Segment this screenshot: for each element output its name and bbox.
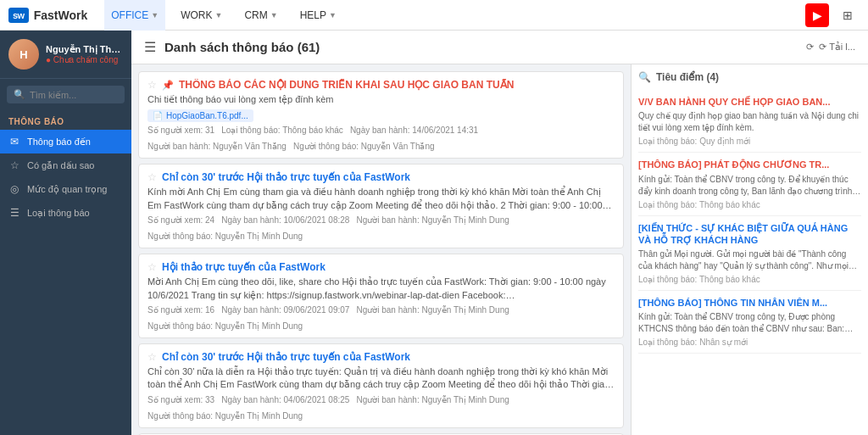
pdf-icon: 📄 — [153, 111, 163, 120]
right-notif-title-4: [THÔNG BÁO] THÔNG TIN NHÂN VIÊN M... — [638, 297, 861, 309]
sidebar-item-quan-trong[interactable]: ◎ Mức độ quan trọng — [0, 177, 131, 201]
star-toggle-2[interactable]: ☆ — [147, 171, 157, 183]
refresh-button[interactable]: ⟳ ⟳ Tải l... — [806, 42, 855, 53]
inbox-icon: ✉ — [8, 136, 20, 148]
date-4: Ngày ban hành: 04/06/2021 08:25 — [221, 395, 349, 404]
search-input[interactable] — [30, 90, 118, 100]
right-notif-title-1: V/V BAN HÀNH QUY CHẾ HỌP GIAO BAN... — [638, 96, 861, 108]
date-3: Ngày ban hành: 09/06/2021 09:07 — [221, 305, 349, 315]
star-toggle-1[interactable]: ☆ — [147, 79, 157, 91]
reporter-2: Người thông báo: Nguyễn Thị Minh Dung — [147, 231, 303, 241]
right-notif-body-1: Quy chế quy định họp giao ban hàng tuần … — [638, 110, 861, 134]
reporter-4: Người thông báo: Nguyễn Thị Minh Dung — [147, 411, 303, 421]
sidebar-item-gắn-sao[interactable]: ☆ Có gắn dấu sao — [0, 153, 131, 177]
nav-help-arrow: ▼ — [329, 11, 337, 20]
notif-meta-4: Số người xem: 33 Ngày ban hành: 04/06/20… — [147, 395, 615, 421]
publisher-2: Người ban hành: Nguyễn Thị Minh Dung — [356, 215, 509, 225]
notif-title-1: THÔNG BÁO CÁC NỘI DUNG TRIỂN KHAI SAU HỌ… — [179, 79, 615, 91]
nav-work[interactable]: WORK ▼ — [174, 0, 229, 31]
pin-icon-1: 📌 — [162, 80, 174, 91]
right-panel-header: 🔍 Tiêu điểm (4) — [638, 71, 861, 83]
notif-body-2: Kính mời Anh Chị Em cùng tham gia và điề… — [147, 186, 615, 212]
sidebar-label-0: Thông báo đến — [27, 137, 123, 148]
right-panel-item-2[interactable]: [THÔNG BÁO] PHÁT ĐỘNG CHƯƠNG TR... Kính … — [638, 153, 861, 215]
logo-box: sw — [8, 8, 29, 23]
youtube-icon-btn[interactable]: ▶ — [805, 3, 829, 27]
sidebar-item-thong-bao-den[interactable]: ✉ Thông báo đến — [0, 130, 131, 153]
notif-title-2: Chỉ còn 30' trước Hội thảo trực tuyến củ… — [162, 171, 615, 183]
notification-item[interactable]: ☆ Chỉ còn 30' trước Hội thảo trực tuyến … — [138, 164, 624, 248]
star-toggle-3[interactable]: ☆ — [147, 261, 157, 273]
nav-office-arrow: ▼ — [151, 11, 159, 20]
sidebar-label-2: Mức độ quan trọng — [27, 184, 123, 195]
right-panel-item-3[interactable]: [KIẾN THỨC - SỰ KHÁC BIỆT GIỮA QUẢ HÀNG … — [638, 216, 861, 292]
avatar: H — [8, 39, 39, 70]
notification-item[interactable]: ☆ Hội thảo trực tuyến của FastWork Mời A… — [138, 254, 624, 338]
nav-right: ▶ ⊞ — [805, 3, 860, 27]
notif-attachment-1[interactable]: 📄 HopGiaoBan.T6.pdf... — [147, 109, 253, 122]
right-panel-title: Tiêu điểm (4) — [656, 71, 719, 83]
right-notif-title-3: [KIẾN THỨC - SỰ KHÁC BIỆT GIỮA QUẢ HÀNG … — [638, 222, 861, 247]
user-name: Nguyễn Thị Thu Hương — [46, 44, 123, 55]
publisher-1: Người ban hành: Nguyễn Văn Thắng — [147, 142, 287, 151]
notif-header-2: ☆ Chỉ còn 30' trước Hội thảo trực tuyến … — [147, 171, 615, 183]
top-navigation: sw FastWork OFFICE ▼ WORK ▼ CRM ▼ HELP ▼… — [0, 0, 868, 31]
right-notif-meta-3: Loại thông báo: Thông báo khác — [638, 275, 861, 284]
nav-help[interactable]: HELP ▼ — [293, 0, 343, 31]
refresh-label: ⟳ Tải l... — [819, 42, 855, 53]
right-notif-meta-2: Loại thông báo: Thông báo khác — [638, 200, 861, 209]
right-notif-meta-4: Loại thông báo: Nhân sự mới — [638, 337, 861, 347]
sidebar-label-1: Có gắn dấu sao — [27, 160, 123, 171]
user-info: Nguyễn Thị Thu Hương ● Chưa chấm công — [46, 44, 123, 64]
star-toggle-4[interactable]: ☆ — [147, 351, 157, 363]
right-panel-item-1[interactable]: V/V BAN HÀNH QUY CHẾ HỌP GIAO BAN... Quy… — [638, 90, 861, 153]
notif-meta-3: Số người xem: 16 Ngày ban hành: 09/06/20… — [147, 305, 615, 331]
notif-title-4: Chỉ còn 30' trước Hội thảo trực tuyến củ… — [162, 351, 615, 363]
sidebar-search-box[interactable]: 🔍 — [7, 86, 125, 103]
notif-meta-1: Số người xem: 31 Loại thông báo: Thông b… — [147, 125, 615, 151]
type-1: Loại thông báo: Thông báo khác — [221, 125, 343, 135]
notif-header-3: ☆ Hội thảo trực tuyến của FastWork — [147, 261, 615, 273]
star-icon: ☆ — [8, 159, 20, 171]
date-1: Ngày ban hành: 14/06/2021 14:31 — [350, 125, 478, 135]
logo-area[interactable]: sw FastWork — [8, 8, 87, 23]
main-layout: H Nguyễn Thị Thu Hương ● Chưa chấm công … — [0, 31, 868, 435]
nav-crm[interactable]: CRM ▼ — [237, 0, 284, 31]
nav-office[interactable]: OFFICE ▼ — [104, 0, 165, 31]
reporter-1: Người thông báo: Nguyễn Văn Thắng — [293, 142, 435, 151]
content-area: ☰ Danh sách thông báo (61) ⟳ ⟳ Tải l... … — [131, 31, 868, 435]
grid-icon-btn[interactable]: ⊞ — [836, 3, 860, 27]
views-3: Số người xem: 16 — [147, 305, 214, 315]
sidebar-label-3: Loại thông báo — [27, 208, 123, 219]
notification-item[interactable]: ☆ Chỉ còn 30' trước Hội thảo trực tuyến … — [138, 343, 624, 428]
sidebar: H Nguyễn Thị Thu Hương ● Chưa chấm công … — [0, 31, 131, 435]
hamburger-icon[interactable]: ☰ — [144, 39, 156, 55]
notification-item[interactable]: ☆ 📌 THÔNG BÁO CÁC NỘI DUNG TRIỂN KHAI SA… — [138, 71, 624, 159]
right-panel: 🔍 Tiêu điểm (4) V/V BAN HÀNH QUY CHẾ HỌP… — [631, 64, 868, 435]
notif-title-3: Hội thảo trực tuyến của FastWork — [162, 261, 615, 273]
right-notif-title-2: [THÔNG BÁO] PHÁT ĐỘNG CHƯƠNG TR... — [638, 159, 861, 170]
nav-crm-arrow: ▼ — [270, 11, 278, 20]
attachment-name-1: HopGiaoBan.T6.pdf... — [166, 111, 248, 120]
notif-body-3: Mời Anh Chị Em cùng theo dõi, like, shar… — [147, 276, 615, 302]
logo-text: FastWork — [34, 8, 88, 22]
right-notif-meta-1: Loại thông báo: Quy định mới — [638, 137, 861, 146]
right-notif-body-3: Thân gửi Mọi người. Gửi mọi người bài đề… — [638, 248, 861, 272]
two-col-layout: ☆ 📌 THÔNG BÁO CÁC NỘI DUNG TRIỂN KHAI SA… — [131, 64, 868, 435]
right-notif-body-2: Kính gửi: Toàn thể CBNV trong công ty. Đ… — [638, 174, 861, 198]
list-icon: ☰ — [8, 207, 20, 219]
sidebar-section-header: THÔNG BÁO — [0, 110, 131, 130]
nav-work-arrow: ▼ — [215, 11, 223, 20]
views-4: Số người xem: 33 — [147, 395, 214, 404]
user-status: ● Chưa chấm công — [46, 55, 123, 64]
notif-meta-2: Số người xem: 24 Ngày ban hành: 10/06/20… — [147, 215, 615, 241]
reporter-3: Người thông báo: Nguyễn Thị Minh Dung — [147, 321, 303, 331]
page-title: Danh sách thông báo (61) — [164, 40, 320, 54]
search-highlight-icon: 🔍 — [638, 71, 651, 83]
notif-body-4: Chỉ còn 30' nữa là diễn ra Hội thảo trực… — [147, 365, 615, 392]
target-icon: ◎ — [8, 183, 20, 195]
sidebar-item-loai[interactable]: ☰ Loại thông báo — [0, 201, 131, 225]
notif-header-4: ☆ Chỉ còn 30' trước Hội thảo trực tuyến … — [147, 351, 615, 363]
right-panel-item-4[interactable]: [THÔNG BÁO] THÔNG TIN NHÂN VIÊN M... Kín… — [638, 291, 861, 354]
views-1: Số người xem: 31 — [147, 125, 214, 135]
